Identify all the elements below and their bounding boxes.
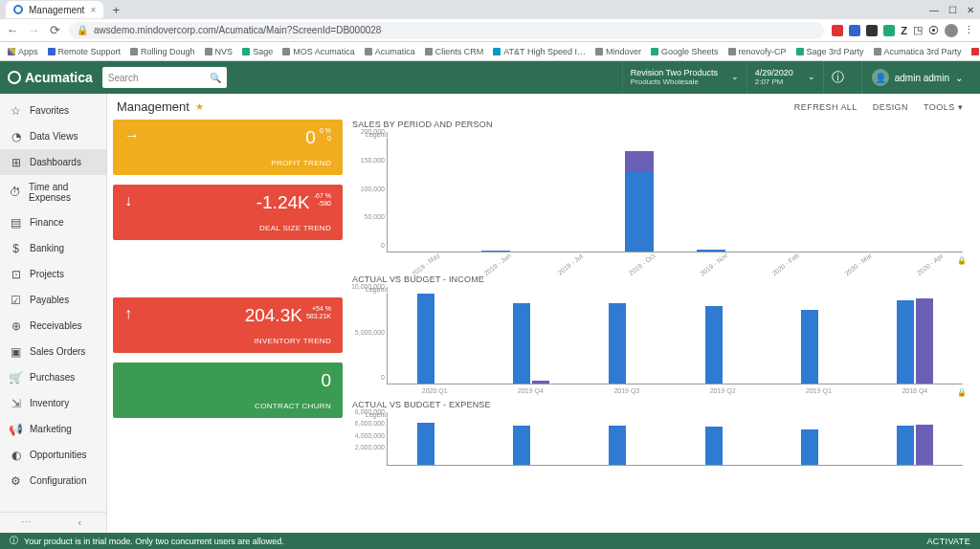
apps-button[interactable]: Apps — [8, 47, 38, 56]
bookmark[interactable]: Acumatica — [365, 47, 415, 56]
kpi-profit-trend[interactable]: → 00 %0 PROFIT TREND — [113, 120, 343, 175]
inventory-icon: ⇲ — [10, 397, 22, 409]
maximize-icon[interactable]: ☐ — [948, 5, 957, 15]
refresh-all-button[interactable]: REFRESH ALL — [787, 102, 865, 112]
sidebar-item-marketing[interactable]: 📢Marketing — [0, 416, 106, 442]
ext-icon[interactable]: ◳ — [913, 24, 923, 36]
ext-icon[interactable] — [849, 25, 860, 36]
bookmark[interactable]: Clients CRM — [425, 47, 484, 56]
os-titlebar: Management × + — ☐ ✕ — [0, 0, 980, 19]
ext-icon[interactable]: Z — [901, 25, 907, 36]
app-header: Acumatica Search 🔍 Revision Two Products… — [0, 61, 980, 94]
close-tab-icon[interactable]: × — [90, 5, 96, 15]
help-button[interactable]: ⓘ — [823, 61, 852, 94]
bookmark[interactable]: renovofy-CP — [728, 47, 787, 56]
sidebar-item-sales-orders[interactable]: ▣Sales Orders — [0, 339, 106, 364]
bookmark[interactable]: NVS — [205, 47, 234, 56]
ext-icon[interactable]: ⦿ — [928, 25, 939, 36]
sidebar: ☆Favorites ◔Data Views ⊞Dashboards ⏱Time… — [0, 94, 107, 533]
user-menu[interactable]: 👤 admin admin ⌄ — [861, 61, 972, 94]
tenant-selector[interactable]: Revision Two Products Products Wholesale… — [622, 61, 737, 94]
chart-title: ACTUAL VS BUDGET - INCOME — [352, 274, 970, 284]
bookmark[interactable]: Sage — [242, 47, 273, 56]
sales-icon: ▣ — [10, 345, 22, 358]
sidebar-item-payables[interactable]: ☑Payables — [0, 287, 106, 313]
finance-icon: ▤ — [10, 216, 22, 229]
bookmark[interactable]: Sage 3rd Party — [796, 47, 864, 56]
bookmark[interactable]: MOS Acumatica — [282, 47, 355, 56]
bookmark[interactable]: TEDxMileHigh - Ro… — [971, 47, 980, 56]
back-icon[interactable]: ← — [6, 23, 19, 37]
kpi-column: → 00 %0 PROFIT TREND ↓ -1.24K-67 %-580 D… — [113, 120, 343, 527]
chart-actual-vs-budget-expense: ACTUAL VS BUDGET - EXPENSE Legend 2,000,… — [352, 400, 970, 466]
dollar-icon: $ — [10, 242, 22, 254]
sidebar-item-configuration[interactable]: ⚙Configuration — [0, 468, 106, 494]
megaphone-icon: 📢 — [10, 423, 22, 435]
favicon-icon — [13, 5, 23, 14]
charts-column: SALES BY PERIOD AND PERSON Legend 🔒050,0… — [352, 120, 970, 527]
address-bar[interactable]: 🔒 awsdemo.mindovercorp.com/Acumatica/Mai… — [69, 22, 824, 39]
sidebar-item-receivables[interactable]: ⊕Receivables — [0, 313, 106, 339]
business-date[interactable]: 4/29/2020 2:07 PM ⌄ — [746, 61, 813, 94]
close-window-icon[interactable]: ✕ — [967, 5, 974, 15]
sidebar-item-dashboards[interactable]: ⊞Dashboards — [0, 149, 106, 175]
browser-toolbar: ← → ⟳ 🔒 awsdemo.mindovercorp.com/Acumati… — [0, 19, 980, 42]
activate-button[interactable]: ACTIVATE — [926, 537, 970, 546]
legend-label: Legend — [352, 411, 970, 418]
collapse-icon[interactable]: ‹ — [54, 513, 107, 533]
reload-icon[interactable]: ⟳ — [48, 23, 61, 37]
sidebar-item-projects[interactable]: ⊡Projects — [0, 261, 106, 287]
ext-icon[interactable] — [832, 25, 843, 36]
sidebar-item-banking[interactable]: $Banking — [0, 235, 106, 261]
bookmark[interactable]: Remote Support — [48, 47, 122, 56]
kpi-label: INVENTORY TREND — [124, 337, 331, 345]
sidebar-item-opportunities[interactable]: ◐Opportunities — [0, 442, 106, 468]
main-content: Management ★ REFRESH ALL DESIGN TOOLS ▾ … — [107, 94, 980, 533]
tab-title: Management — [29, 5, 84, 15]
chart-sales-by-period: SALES BY PERIOD AND PERSON Legend 🔒050,0… — [352, 120, 970, 269]
sidebar-item-data-views[interactable]: ◔Data Views — [0, 123, 106, 149]
sidebar-item-favorites[interactable]: ☆Favorites — [0, 98, 106, 123]
forward-icon[interactable]: → — [27, 23, 40, 37]
sidebar-item-time-expenses[interactable]: ⏱Time and Expenses — [0, 175, 106, 209]
new-tab-button[interactable]: + — [107, 1, 124, 18]
avatar-icon: 👤 — [872, 69, 889, 86]
kpi-label: DEAL SIZE TREND — [124, 224, 331, 232]
sidebar-item-finance[interactable]: ▤Finance — [0, 209, 106, 235]
bookmark[interactable]: Google Sheets — [651, 47, 719, 56]
ext-icon[interactable] — [866, 25, 878, 36]
search-input[interactable]: Search 🔍 — [102, 67, 227, 88]
trial-text: Your product is in trial mode. Only two … — [24, 537, 284, 546]
brand-icon — [8, 71, 21, 84]
dashboard-icon: ⊞ — [10, 156, 22, 168]
bookmark[interactable]: AT&T High Speed I… — [493, 47, 586, 56]
more-icon[interactable]: ⋯ — [0, 513, 54, 533]
search-icon: 🔍 — [210, 73, 221, 83]
search-placeholder: Search — [108, 73, 139, 83]
design-button[interactable]: DESIGN — [865, 102, 916, 112]
minimize-icon[interactable]: — — [929, 5, 939, 15]
kpi-deal-size-trend[interactable]: ↓ -1.24K-67 %-580 DEAL SIZE TREND — [113, 185, 343, 240]
browser-tab[interactable]: Management × — [6, 1, 103, 18]
info-icon: ⓘ — [10, 535, 18, 547]
kpi-inventory-trend[interactable]: ↑ 204.3K+54 %583.21K INVENTORY TREND — [113, 297, 343, 353]
gear-icon: ⚙ — [10, 474, 22, 487]
project-icon: ⊡ — [10, 268, 22, 280]
tools-menu[interactable]: TOOLS ▾ — [916, 102, 970, 112]
chart-plot: 2,000,0004,000,0006,000,0008,000,000 — [387, 418, 963, 466]
profile-icon[interactable] — [945, 24, 958, 37]
chevron-down-icon: ⌄ — [731, 73, 739, 82]
bookmark[interactable]: Mindover — [595, 47, 641, 56]
brand[interactable]: Acumatica — [8, 70, 93, 85]
clock-icon: ⏱ — [10, 187, 21, 199]
sidebar-item-inventory[interactable]: ⇲Inventory — [0, 390, 106, 416]
bookmark[interactable]: Rolling Dough — [130, 47, 195, 56]
kpi-contract-churn[interactable]: 0 CONTRACT CHURN — [113, 362, 343, 418]
bookmark[interactable]: Acumatica 3rd Party — [874, 47, 962, 56]
kpi-label: CONTRACT CHURN — [124, 402, 331, 410]
favorite-star-icon[interactable]: ★ — [195, 101, 204, 112]
menu-icon[interactable]: ⋮ — [964, 24, 974, 36]
sidebar-item-purchases[interactable]: 🛒Purchases — [0, 364, 106, 390]
extensions: Z ◳ ⦿ ⋮ — [832, 24, 974, 37]
ext-icon[interactable] — [883, 25, 895, 36]
